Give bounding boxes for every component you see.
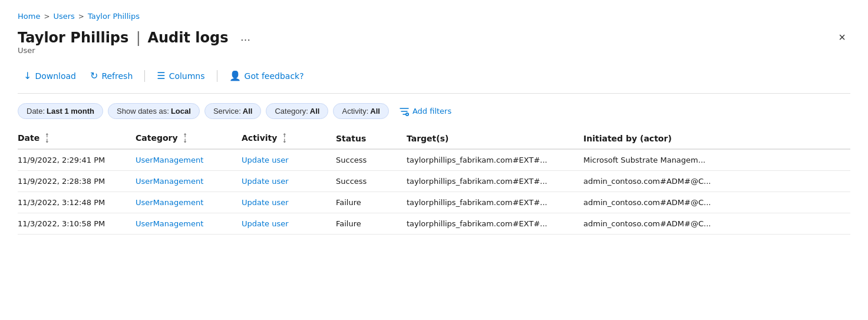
add-filter-icon: [400, 107, 409, 116]
service-filter-key: Service: [213, 107, 239, 116]
activity-filter-pill[interactable]: Activity : All: [333, 103, 388, 119]
title-separator: |: [136, 29, 146, 46]
add-filters-label: Add filters: [412, 107, 451, 116]
category-filter-value: All: [310, 107, 320, 116]
col-header-initiated: Initiated by (actor): [583, 128, 850, 149]
cell-activity-0[interactable]: Update user: [242, 149, 336, 171]
cell-targets-1: taylorphillips_fabrikam.com#EXT#...: [407, 171, 583, 192]
title-section: Taylor Phillips | Audit logs … User: [18, 29, 256, 64]
cell-targets-0: taylorphillips_fabrikam.com#EXT#...: [407, 149, 583, 171]
table-row[interactable]: 11/9/2022, 2:28:38 PM UserManagement Upd…: [18, 171, 850, 192]
breadcrumb-home[interactable]: Home: [18, 12, 40, 21]
cell-category-2[interactable]: UserManagement: [136, 192, 242, 213]
toolbar-separator-1: [144, 70, 145, 82]
cell-targets-2: taylorphillips_fabrikam.com#EXT#...: [407, 192, 583, 213]
feedback-icon: 👤: [229, 70, 241, 81]
breadcrumb: Home > Users > Taylor Phillips: [18, 12, 850, 21]
table-row[interactable]: 11/3/2022, 3:10:58 PM UserManagement Upd…: [18, 213, 850, 235]
table-header: Date ↑ ↓ Category ↑ ↓ Activity ↑ ↓: [18, 128, 850, 149]
feedback-label: Got feedback?: [245, 71, 304, 81]
ellipsis-button[interactable]: …: [236, 29, 256, 46]
table-body: 11/9/2022, 2:29:41 PM UserManagement Upd…: [18, 149, 850, 235]
user-name-title: Taylor Phillips: [18, 29, 128, 46]
cell-date-3: 11/3/2022, 3:10:58 PM: [18, 213, 136, 235]
download-icon: ↓: [24, 70, 31, 81]
showdates-filter-value: Local: [171, 107, 191, 116]
category-filter-key: Category: [275, 107, 306, 116]
date-filter-pill[interactable]: Date : Last 1 month: [18, 103, 103, 119]
col-header-category: Category ↑ ↓: [136, 128, 242, 149]
date-sort-icons[interactable]: ↑ ↓: [45, 133, 49, 144]
activity-filter-value: All: [370, 107, 380, 116]
activity-sort-icons[interactable]: ↑ ↓: [282, 133, 287, 144]
cell-initiated-3: admin_contoso.com#ADM#@C...: [583, 213, 850, 235]
cell-activity-2[interactable]: Update user: [242, 192, 336, 213]
activity-filter-key: Activity: [342, 107, 366, 116]
add-filters-button[interactable]: Add filters: [394, 104, 457, 119]
breadcrumb-sep-2: >: [78, 12, 84, 21]
date-filter-key: Date: [27, 107, 42, 116]
table-row[interactable]: 11/3/2022, 3:12:48 PM UserManagement Upd…: [18, 192, 850, 213]
col-header-date: Date ↑ ↓: [18, 128, 136, 149]
cell-date-0: 11/9/2022, 2:29:41 PM: [18, 149, 136, 171]
columns-label: Columns: [169, 71, 205, 81]
refresh-label: Refresh: [101, 71, 133, 81]
col-header-status: Status: [336, 128, 407, 149]
page-title-group: Taylor Phillips | Audit logs …: [18, 29, 256, 46]
showdates-filter-key: Show dates as: [117, 107, 167, 116]
refresh-button[interactable]: ↻ Refresh: [84, 67, 138, 85]
service-filter-pill[interactable]: Service : All: [204, 103, 262, 119]
audit-table: Date ↑ ↓ Category ↑ ↓ Activity ↑ ↓: [18, 128, 850, 235]
date-filter-value: Last 1 month: [47, 107, 94, 116]
cell-initiated-1: admin_contoso.com#ADM#@C...: [583, 171, 850, 192]
cell-status-1: Success: [336, 171, 407, 192]
close-button[interactable]: ×: [834, 29, 850, 45]
cell-category-1[interactable]: UserManagement: [136, 171, 242, 192]
cell-activity-1[interactable]: Update user: [242, 171, 336, 192]
page-header: Taylor Phillips | Audit logs … User ×: [18, 29, 850, 64]
cell-activity-3[interactable]: Update user: [242, 213, 336, 235]
cell-date-2: 11/3/2022, 3:12:48 PM: [18, 192, 136, 213]
cell-category-0[interactable]: UserManagement: [136, 149, 242, 171]
feedback-button[interactable]: 👤 Got feedback?: [223, 67, 310, 85]
cell-date-1: 11/9/2022, 2:28:38 PM: [18, 171, 136, 192]
download-button[interactable]: ↓ Download: [18, 67, 82, 85]
showdates-filter-pill[interactable]: Show dates as : Local: [108, 103, 200, 119]
columns-icon: ☰: [157, 70, 165, 81]
breadcrumb-sep-1: >: [44, 12, 49, 21]
cell-initiated-2: admin_contoso.com#ADM#@C...: [583, 192, 850, 213]
cell-targets-3: taylorphillips_fabrikam.com#EXT#...: [407, 213, 583, 235]
cell-status-0: Success: [336, 149, 407, 171]
category-sort-icons[interactable]: ↑ ↓: [183, 133, 187, 144]
service-filter-value: All: [243, 107, 253, 116]
entity-type-label: User: [18, 46, 256, 55]
col-header-activity: Activity ↑ ↓: [242, 128, 336, 149]
table-row[interactable]: 11/9/2022, 2:29:41 PM UserManagement Upd…: [18, 149, 850, 171]
page-title: Taylor Phillips | Audit logs: [18, 29, 229, 46]
cell-category-3[interactable]: UserManagement: [136, 213, 242, 235]
cell-initiated-0: Microsoft Substrate Managem...: [583, 149, 850, 171]
page-subtitle-title: Audit logs: [147, 29, 228, 46]
toolbar-separator-2: [217, 70, 217, 82]
breadcrumb-user-name[interactable]: Taylor Phillips: [88, 12, 140, 21]
col-header-targets: Target(s): [407, 128, 583, 149]
table-header-row: Date ↑ ↓ Category ↑ ↓ Activity ↑ ↓: [18, 128, 850, 149]
columns-button[interactable]: ☰ Columns: [151, 67, 210, 85]
toolbar: ↓ Download ↻ Refresh ☰ Columns 👤 Got fee…: [18, 67, 850, 94]
filter-bar: Date : Last 1 month Show dates as : Loca…: [18, 103, 850, 119]
refresh-icon: ↻: [90, 70, 98, 81]
download-label: Download: [35, 71, 76, 81]
cell-status-2: Failure: [336, 192, 407, 213]
breadcrumb-users[interactable]: Users: [53, 12, 74, 21]
cell-status-3: Failure: [336, 213, 407, 235]
category-filter-pill[interactable]: Category : All: [266, 103, 328, 119]
